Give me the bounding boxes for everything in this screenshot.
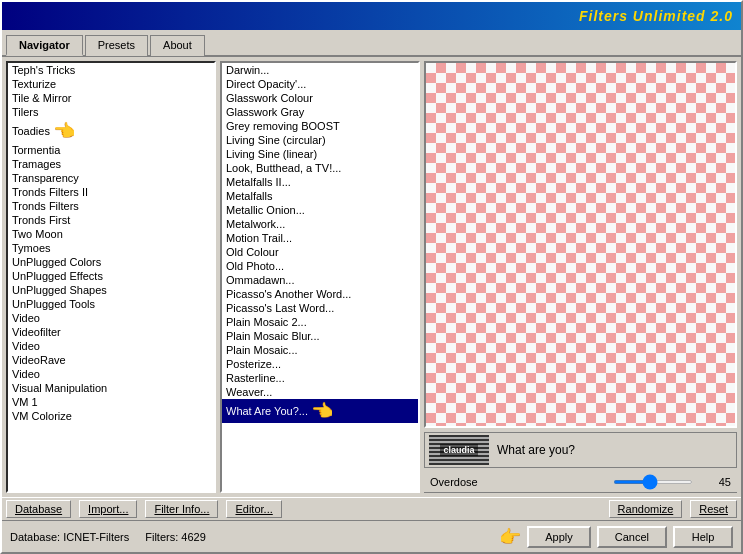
help-button[interactable]: Help <box>673 526 733 548</box>
list-item[interactable]: VM 1 <box>8 395 214 409</box>
filter-info-button[interactable]: Filter Info... <box>145 500 218 518</box>
list-item[interactable]: Tronds First <box>8 213 214 227</box>
filter-list-item[interactable]: Picasso's Last Word... <box>222 301 418 315</box>
filter-list-item[interactable]: Metalfalls <box>222 189 418 203</box>
hand-pointer-icon: 👉 <box>54 120 76 142</box>
filters-status: Filters: 4629 <box>145 531 206 543</box>
avatar-text: claudia <box>440 444 477 456</box>
list-item[interactable]: UnPlugged Shapes <box>8 283 214 297</box>
left-panel[interactable]: Teph's Tricks Texturize Tile & Mirror Ti… <box>6 61 216 493</box>
tab-about[interactable]: About <box>150 35 205 56</box>
list-item[interactable]: Tronds Filters II <box>8 185 214 199</box>
filter-list-item[interactable]: Ommadawn... <box>222 273 418 287</box>
list-item[interactable]: Videofilter <box>8 325 214 339</box>
tab-presets[interactable]: Presets <box>85 35 148 56</box>
list-item[interactable]: Tymoes <box>8 241 214 255</box>
hand-pointer-icon-2: 👉 <box>312 400 334 422</box>
list-item-toadies[interactable]: Toadies 👉 <box>8 119 214 143</box>
filter-list-item[interactable]: Plain Mosaic Blur... <box>222 329 418 343</box>
list-item[interactable]: UnPlugged Effects <box>8 269 214 283</box>
apply-hand-icon: 👉 <box>499 526 521 548</box>
list-item[interactable]: Texturize <box>8 77 214 91</box>
list-item[interactable]: VM Colorize <box>8 409 214 423</box>
database-button[interactable]: Database <box>6 500 71 518</box>
list-item[interactable]: Tramages <box>8 157 214 171</box>
filter-list-item[interactable]: Picasso's Another Word... <box>222 287 418 301</box>
database-label: Database: <box>10 531 60 543</box>
title-bar: Filters Unlimited 2.0 <box>2 2 741 30</box>
status-bar: Database: ICNET-Filters Filters: 4629 👉 … <box>2 520 741 552</box>
list-item[interactable]: Video <box>8 339 214 353</box>
filter-list-item[interactable]: Old Photo... <box>222 259 418 273</box>
filter-list-item[interactable]: Motion Trail... <box>222 231 418 245</box>
list-item[interactable]: Teph's Tricks <box>8 63 214 77</box>
list-item[interactable]: Tormentia <box>8 143 214 157</box>
middle-panel[interactable]: Darwin... Direct Opacity'... Glasswork C… <box>220 61 420 493</box>
filter-list-item[interactable]: Darwin... <box>222 63 418 77</box>
filter-list-item[interactable]: Glasswork Gray <box>222 105 418 119</box>
list-item[interactable]: VideoRave <box>8 353 214 367</box>
filter-list-item[interactable]: Posterize... <box>222 357 418 371</box>
cancel-button[interactable]: Cancel <box>597 526 667 548</box>
main-window: Filters Unlimited 2.0 Navigator Presets … <box>0 0 743 554</box>
apply-button[interactable]: Apply <box>527 526 591 548</box>
left-panel-wrapper: Teph's Tricks Texturize Tile & Mirror Ti… <box>6 61 216 493</box>
filter-list-item[interactable]: Grey removing BOOST <box>222 119 418 133</box>
randomize-button[interactable]: Randomize <box>609 500 683 518</box>
filter-list-item[interactable]: Living Sine (linear) <box>222 147 418 161</box>
list-item[interactable]: Video <box>8 367 214 381</box>
database-status: Database: ICNET-Filters <box>10 531 129 543</box>
import-button[interactable]: Import... <box>79 500 137 518</box>
list-item[interactable]: Visual Manipulation <box>8 381 214 395</box>
list-item[interactable]: Transparency <box>8 171 214 185</box>
list-item[interactable]: UnPlugged Colors <box>8 255 214 269</box>
overdose-value: 45 <box>701 476 731 488</box>
filter-list-item[interactable]: Metallic Onion... <box>222 203 418 217</box>
filter-list-item[interactable]: Metalfalls II... <box>222 175 418 189</box>
filter-list-item-what-are-you[interactable]: What Are You?... 👉 <box>222 399 418 423</box>
filter-list-item[interactable]: Living Sine (circular) <box>222 133 418 147</box>
bottom-buttons: 👉 Apply Cancel Help <box>499 526 733 548</box>
filter-list-item[interactable]: Weaver... <box>222 385 418 399</box>
main-content: Teph's Tricks Texturize Tile & Mirror Ti… <box>2 57 741 497</box>
filter-list-item[interactable]: Glasswork Colour <box>222 91 418 105</box>
tab-bar: Navigator Presets About <box>2 30 741 57</box>
list-item[interactable]: Tilers <box>8 105 214 119</box>
filter-list-item[interactable]: Old Colour <box>222 245 418 259</box>
overdose-slider[interactable] <box>613 480 693 484</box>
middle-panel-wrapper: Darwin... Direct Opacity'... Glasswork C… <box>220 61 420 493</box>
editor-button[interactable]: Editor... <box>226 500 281 518</box>
filter-list-item[interactable]: Rasterline... <box>222 371 418 385</box>
filters-value: 4629 <box>181 531 205 543</box>
list-item[interactable]: Two Moon <box>8 227 214 241</box>
toolbar-right: Randomize Reset <box>609 500 737 518</box>
preview-checkerboard <box>426 63 735 426</box>
filter-list-item[interactable]: Look, Butthead, a TV!... <box>222 161 418 175</box>
filter-list-item[interactable]: Plain Mosaic 2... <box>222 315 418 329</box>
what-are-you-bar: claudia What are you? <box>424 432 737 468</box>
toolbar-row: Database Import... Filter Info... Editor… <box>2 497 741 520</box>
overdose-label: Overdose <box>430 476 605 488</box>
filter-list-item[interactable]: Metalwork... <box>222 217 418 231</box>
preview-area <box>424 61 737 428</box>
list-item[interactable]: Tronds Filters <box>8 199 214 213</box>
overdose-row: Overdose 45 <box>424 472 737 493</box>
reset-button[interactable]: Reset <box>690 500 737 518</box>
right-panel: claudia What are you? Overdose 45 <box>424 61 737 493</box>
tab-navigator[interactable]: Navigator <box>6 35 83 56</box>
list-item[interactable]: Video <box>8 311 214 325</box>
title-text: Filters Unlimited 2.0 <box>579 8 733 24</box>
what-are-you-label: What are you? <box>497 443 732 457</box>
avatar: claudia <box>429 435 489 465</box>
filter-list-item[interactable]: Direct Opacity'... <box>222 77 418 91</box>
filter-list-item[interactable]: Plain Mosaic... <box>222 343 418 357</box>
filters-label: Filters: <box>145 531 178 543</box>
list-item[interactable]: Tile & Mirror <box>8 91 214 105</box>
list-item[interactable]: UnPlugged Tools <box>8 297 214 311</box>
database-value: ICNET-Filters <box>63 531 129 543</box>
